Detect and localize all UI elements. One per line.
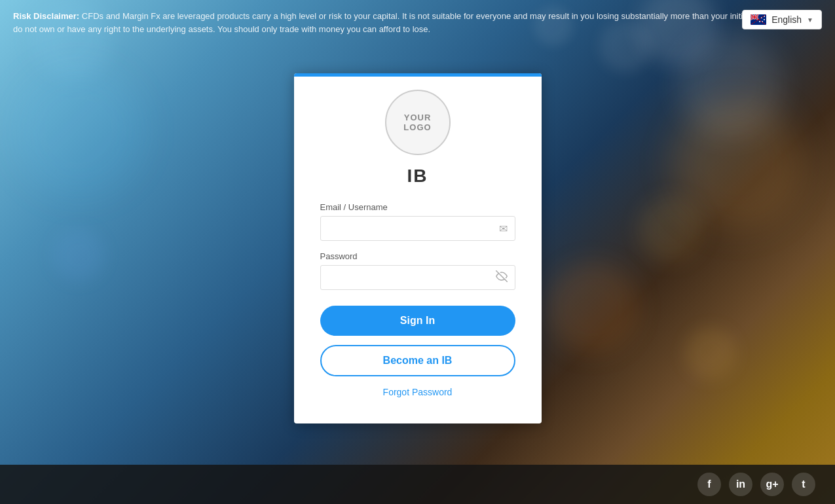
svg-point-12 [762,21,763,22]
language-label: English [771,14,802,25]
signin-button[interactable]: Sign In [320,306,515,336]
email-input-wrapper: ✉ [320,216,515,241]
language-selector[interactable]: English ▼ [742,10,822,29]
card-content: YOUR LOGO IB Email / Username ✉ Password [294,77,542,397]
logo-line1: YOUR [404,113,432,122]
flag-icon [751,14,766,25]
eye-slash-icon[interactable] [496,270,508,285]
svg-point-10 [764,16,765,17]
password-input-wrapper [320,265,515,290]
email-icon: ✉ [499,223,508,235]
svg-line-2 [751,14,758,20]
password-field-group: Password [320,251,515,290]
twitter-icon[interactable]: t [792,473,815,496]
brand-name: IB [407,166,428,187]
logo-circle: YOUR LOGO [385,90,451,155]
forgot-password-link[interactable]: Forgot Password [383,387,453,397]
disclaimer-bold: Risk Disclaimer: [13,11,79,21]
svg-line-4 [751,14,758,20]
password-input[interactable] [320,265,515,290]
linkedin-icon[interactable]: in [729,473,752,496]
googleplus-icon[interactable]: g+ [760,473,784,496]
facebook-icon[interactable]: f [697,473,721,496]
login-card: YOUR LOGO IB Email / Username ✉ Password [294,73,542,423]
password-label: Password [320,251,515,261]
email-input[interactable] [320,216,515,241]
email-label: Email / Username [320,202,515,212]
become-ib-button[interactable]: Become an IB [320,345,515,376]
email-field-group: Email / Username ✉ [320,202,515,241]
svg-line-3 [751,14,758,20]
disclaimer-text: CFDs and Margin Fx are leveraged product… [13,11,812,34]
footer-bar: f in g+ t [0,465,835,504]
svg-point-11 [764,19,765,20]
svg-point-13 [759,21,760,22]
logo-line2: LOGO [403,122,431,132]
chevron-down-icon: ▼ [807,16,813,24]
svg-line-1 [751,14,758,20]
svg-point-9 [761,17,762,18]
svg-rect-0 [751,14,766,25]
disclaimer-bar: Risk Disclaimer: CFDs and Margin Fx are … [0,0,835,45]
